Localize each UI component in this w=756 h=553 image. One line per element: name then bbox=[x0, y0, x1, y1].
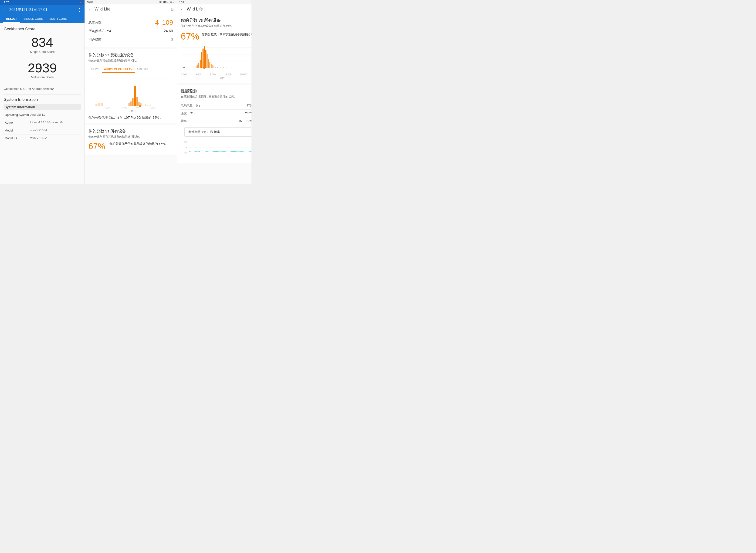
p3-vs-card: 你的分数 vs 所有设备 你的分数与所有其他设备的结果进行比较。 67% 你的分… bbox=[177, 14, 251, 83]
p3-vs-title: 你的分数 vs 所有设备 bbox=[181, 17, 251, 23]
p3-toolbar-title: Wild Life bbox=[187, 7, 251, 12]
p2-card2-title: 你的分数 vs 所有设备 bbox=[88, 129, 173, 134]
p2-statusbar: 16:08 1.30 KB/s ↑ ✉ ✓ bbox=[85, 0, 177, 4]
p1-single-score-block: 834 Single-Core Score bbox=[4, 35, 81, 54]
p2-fps-row: 平均帧率 (FPS) 24.60 bbox=[88, 28, 173, 35]
p2-userguide-share-icon[interactable]: ⎙ bbox=[171, 38, 173, 42]
table-row: 温度（°C） 28°C 到 28°C bbox=[181, 109, 251, 117]
p2-bar-chart: 2 000 3 000 4 000 5 000 bbox=[88, 76, 173, 108]
p3-xaxis-1: 6 000 bbox=[196, 73, 202, 76]
p1-time: 17:07 bbox=[2, 1, 9, 4]
p3-xaxis-0: 3 000 bbox=[181, 73, 187, 76]
p3-dropdown-label: 电池电量（%） 和 帧率 bbox=[188, 130, 220, 134]
table-row: Operating System Android 11 bbox=[4, 111, 81, 119]
table-row: 电池电量（%） 77% 到 77% bbox=[181, 102, 251, 109]
svg-rect-30 bbox=[183, 67, 184, 68]
p1-single-score-num: 834 bbox=[4, 35, 81, 50]
p1-tab-singlecore[interactable]: SINGLE-CORE bbox=[20, 15, 46, 23]
p1-sys-key-0: Operating System bbox=[5, 113, 30, 117]
svg-rect-10 bbox=[132, 98, 134, 106]
p1-sys-key-1: Kernel bbox=[5, 121, 30, 125]
p1-tab-multicore[interactable]: MULTI-CORE bbox=[46, 15, 70, 23]
p2-popular-card: 你的分數 vs 受歡迎的设备 你的分数与其他受歡迎型號的结果相比。 X7 Pro… bbox=[85, 49, 177, 124]
p3-big-percent: 67% bbox=[181, 31, 199, 42]
p3-body: 你的分数 vs 所有设备 你的分数与所有其他设备的结果进行比较。 67% 你的分… bbox=[177, 14, 251, 184]
p3-percent-row: 67% 你的分数优于所有其他设备的结果的 67%。 bbox=[181, 31, 251, 42]
p1-tab-result[interactable]: RESULT bbox=[3, 15, 20, 23]
svg-text:3 000: 3 000 bbox=[122, 107, 128, 108]
p3-perf-val-2: 15 FPS 到 31 FPS bbox=[238, 119, 251, 123]
svg-rect-11 bbox=[134, 86, 136, 106]
p1-sys-val-2: vivo V2163A bbox=[30, 129, 80, 133]
p2-share-row: 用户指南 ⎙ bbox=[88, 35, 173, 44]
p1-geekbench-title: Geekbench Score bbox=[4, 27, 81, 31]
svg-text:80: 80 bbox=[184, 141, 187, 143]
p3-perf-key-0: 电池电量（%） bbox=[181, 103, 202, 108]
svg-rect-38 bbox=[204, 46, 205, 68]
p1-toolbar-title: 2021年12月21日 17:01 bbox=[9, 7, 75, 12]
p3-vs-sub: 你的分数与所有其他设备的结果进行比较。 bbox=[181, 24, 251, 28]
svg-rect-48 bbox=[218, 67, 218, 68]
p1-divider2 bbox=[4, 83, 81, 83]
svg-rect-12 bbox=[137, 97, 138, 106]
p1-sys-key-2: Model bbox=[5, 129, 30, 133]
p2-total-value: 4 109 bbox=[155, 19, 173, 26]
p2-device-tab-oneplus[interactable]: OnePlus bbox=[135, 65, 150, 73]
p2-total-score-row: 总体分数 4 109 bbox=[88, 17, 173, 28]
table-row: 帧率 15 FPS 到 31 FPS bbox=[181, 117, 251, 125]
p1-back-icon[interactable]: ← bbox=[3, 7, 7, 12]
svg-rect-44 bbox=[212, 65, 213, 68]
p2-back-icon[interactable]: ← bbox=[88, 7, 92, 12]
p3-dist-chart bbox=[181, 45, 251, 73]
svg-text:60: 60 bbox=[184, 152, 187, 154]
svg-rect-6 bbox=[98, 103, 100, 106]
p2-card1-sub: 你的分数与其他受歡迎型號的结果相比。 bbox=[88, 59, 173, 63]
p2-share-icon[interactable]: ⎙ bbox=[171, 7, 173, 11]
p3-perf-sub: 在基准测试运行期间，查看设备运行的状况。 bbox=[181, 95, 251, 99]
svg-rect-34 bbox=[198, 63, 199, 68]
p2-chart-xlabel: 分数 bbox=[88, 109, 173, 113]
p2-device-tab-x7[interactable]: X7 Pro bbox=[88, 65, 102, 73]
p2-card2-sub: 你的分数与所有其他设备的结果进行比较。 bbox=[88, 135, 173, 139]
p2-time: 16:08 bbox=[87, 1, 93, 3]
p2-score-val1: 4 bbox=[155, 19, 159, 26]
p2-status-icons: 1.30 KB/s ↑ ✉ ✓ bbox=[157, 1, 174, 3]
p1-status-dot bbox=[80, 1, 82, 4]
p1-sys-val-3: vivo V2163A bbox=[30, 136, 80, 140]
p3-dropdown[interactable]: 电池电量（%） 和 帧率 ▼ bbox=[184, 127, 251, 137]
p3-toolbar: ← Wild Life ⎙ bbox=[177, 4, 251, 14]
p1-toolbar: ← 2021年12月21日 17:01 ⋮ bbox=[0, 5, 84, 15]
svg-rect-19 bbox=[149, 105, 151, 106]
svg-rect-8 bbox=[128, 103, 130, 106]
p3-time: 17:08 bbox=[179, 1, 185, 3]
p3-statusbar: 17:08 0.80 KB/s ● bbox=[177, 0, 251, 4]
table-row: Model vivo V2163A bbox=[4, 127, 81, 135]
p1-sys-title: System Information bbox=[4, 97, 81, 102]
p3-perf-val-0: 77% 到 77% bbox=[246, 103, 251, 108]
p2-score-val2: 109 bbox=[162, 19, 173, 26]
p3-line-chart-svg: 80 70 60 bbox=[184, 140, 251, 158]
svg-rect-37 bbox=[203, 49, 204, 68]
svg-text:5 000: 5 000 bbox=[150, 107, 156, 108]
p1-body: Geekbench Score 834 Single-Core Score 29… bbox=[0, 23, 84, 184]
p3-perf-title: 性能监测 bbox=[181, 88, 251, 94]
p1-sys-subtitle: System Information bbox=[4, 104, 81, 110]
p3-perf-val-1: 28°C 到 28°C bbox=[245, 111, 251, 115]
p2-result-text: 你的分数优于 Xiaomi Mi 10T Pro 5G 结果的 94% 。 bbox=[88, 115, 173, 120]
svg-rect-18 bbox=[147, 105, 148, 106]
svg-text:2 000: 2 000 bbox=[104, 107, 110, 108]
p3-perf-key-1: 温度（°C） bbox=[181, 111, 196, 115]
p3-perf-card: 性能监测 在基准测试运行期间，查看设备运行的状况。 电池电量（%） 77% 到 … bbox=[177, 85, 251, 163]
p1-single-score-label: Single-Core Score bbox=[4, 50, 81, 54]
p2-device-tab-xiaomi[interactable]: Xiaomi Mi 10T Pro 5G bbox=[102, 65, 135, 73]
p2-toolbar: ← Wild Life ⎙ bbox=[85, 4, 177, 14]
p1-divider1 bbox=[4, 58, 81, 58]
p2-alldevices-card: 你的分数 vs 所有设备 你的分数与所有其他设备的结果进行比较。 67% 你的分… bbox=[85, 125, 177, 155]
wildlife-panel-right: 17:08 0.80 KB/s ● ← Wild Life ⎙ 你的分数 vs … bbox=[177, 0, 251, 184]
p1-more-icon[interactable]: ⋮ bbox=[77, 7, 82, 13]
wildlife-panel-left: 16:08 1.30 KB/s ↑ ✉ ✓ ← Wild Life ⎙ 总体分数… bbox=[84, 0, 177, 184]
p2-card1-title: 你的分數 vs 受歡迎的设备 bbox=[88, 52, 173, 58]
svg-rect-39 bbox=[205, 50, 207, 68]
svg-rect-46 bbox=[215, 67, 216, 68]
p3-back-icon[interactable]: ← bbox=[180, 7, 184, 12]
